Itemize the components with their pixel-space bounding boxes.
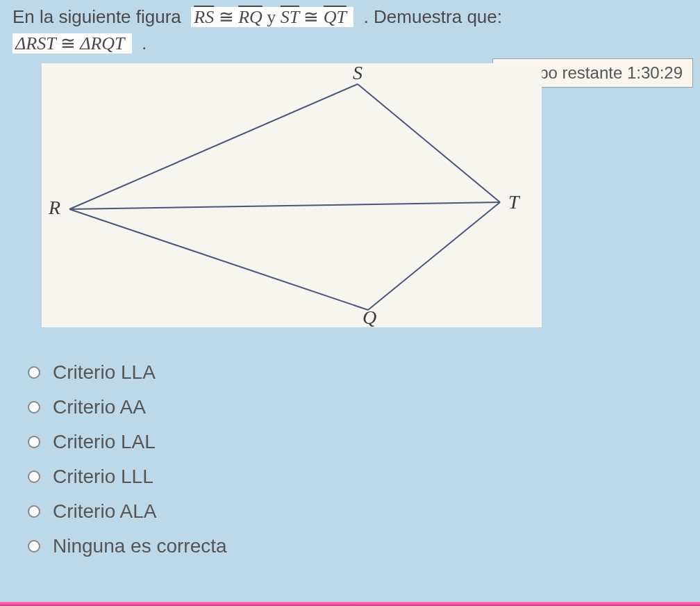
option-criterio-aa[interactable]: Criterio AA (28, 390, 700, 425)
question-text: En la siguiente figura RS ≅ RQ y ST ≅ QT… (0, 0, 700, 56)
svg-line-0 (69, 84, 358, 209)
vertex-label-Q: Q (362, 306, 376, 329)
option-criterio-lal[interactable]: Criterio LAL (28, 425, 700, 459)
geometry-figure: R S T Q (42, 63, 542, 327)
radio-icon[interactable] (28, 401, 40, 413)
vertex-label-R: R (49, 197, 60, 219)
option-label: Criterio ALA (53, 500, 156, 523)
option-ninguna[interactable]: Ninguna es correcta (28, 529, 700, 564)
question-lead: En la siguiente figura (12, 6, 181, 27)
radio-icon[interactable] (28, 540, 40, 552)
option-label: Ninguna es correcta (53, 535, 227, 557)
figure-svg (42, 63, 542, 327)
vertex-label-S: S (353, 62, 362, 84)
option-label: Criterio LAL (53, 431, 156, 453)
radio-icon[interactable] (28, 470, 40, 483)
option-criterio-lla[interactable]: Criterio LLA (28, 355, 700, 390)
option-label: Criterio LLA (53, 361, 156, 384)
radio-icon[interactable] (28, 505, 40, 518)
option-criterio-lll[interactable]: Criterio LLL (28, 459, 700, 494)
radio-icon[interactable] (28, 366, 40, 379)
svg-line-2 (69, 202, 500, 209)
vertex-label-T: T (508, 191, 519, 213)
timer-value: 1:30:29 (627, 63, 683, 82)
prove-statement: ΔRST ≅ ΔRQT (12, 33, 132, 54)
svg-line-4 (368, 202, 500, 310)
option-label: Criterio AA (53, 396, 146, 418)
options-group: Criterio LLA Criterio AA Criterio LAL Cr… (28, 355, 700, 564)
radio-icon[interactable] (28, 436, 40, 448)
taskbar-strip (0, 602, 700, 606)
given-congruence-1: RS ≅ RQ y ST ≅ QT (191, 7, 353, 27)
question-tail: . Demuestra que: (364, 6, 502, 27)
svg-line-3 (69, 209, 368, 310)
option-criterio-ala[interactable]: Criterio ALA (28, 494, 700, 529)
svg-line-1 (358, 84, 500, 202)
option-label: Criterio LLL (53, 466, 153, 488)
